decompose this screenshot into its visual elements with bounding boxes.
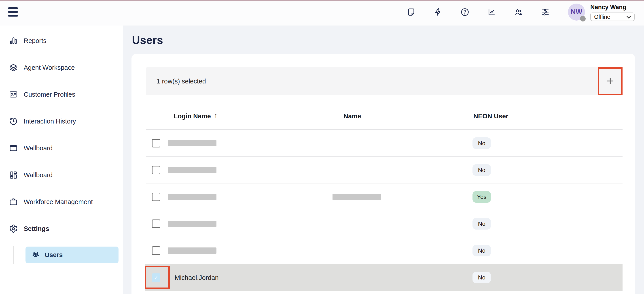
sidebar-item-users-label: Users xyxy=(45,251,63,259)
sidebar-item-agent-workspace[interactable]: Agent Workspace xyxy=(0,54,123,81)
sliders-icon xyxy=(541,8,550,17)
sidebar-item-customer-profiles[interactable]: Customer Profiles xyxy=(0,81,123,108)
line-chart-button[interactable] xyxy=(487,8,496,17)
people-icon xyxy=(514,8,523,17)
table-row[interactable]: No xyxy=(146,157,622,183)
column-header-login-name[interactable]: Login Name ↑ xyxy=(174,103,218,129)
people-button[interactable] xyxy=(514,8,523,17)
sidebar-item-label: Wallboard xyxy=(24,171,52,179)
login-name-cell: Michael.Jordan xyxy=(175,264,219,291)
sidebar-item-label: Reports xyxy=(24,37,46,45)
lightning-icon xyxy=(434,8,442,17)
redacted-login-bar xyxy=(168,247,216,254)
hamburger-icon[interactable] xyxy=(8,8,18,17)
column-header-neon-user[interactable]: NEON User xyxy=(474,103,508,129)
sidebar-item-interaction-history[interactable]: Interaction History xyxy=(0,108,123,135)
line-chart-icon xyxy=(487,8,496,17)
neon-user-badge: No xyxy=(472,137,491,149)
help-icon xyxy=(460,8,469,17)
bar-chart-icon xyxy=(9,36,18,45)
neon-user-badge: No xyxy=(472,245,491,256)
sidebar-item-label: Customer Profiles xyxy=(24,91,75,98)
chevron-down-icon xyxy=(626,14,630,18)
sidebar-indent-line xyxy=(13,246,14,264)
sidebar-item-wallboard[interactable]: Wallboard xyxy=(0,135,123,162)
row-checkbox[interactable] xyxy=(152,166,160,174)
row-checkbox[interactable] xyxy=(152,246,160,255)
id-card-icon xyxy=(9,90,18,99)
table-row[interactable]: No xyxy=(146,130,622,157)
sort-asc-icon: ↑ xyxy=(214,111,218,120)
sidebar-item-reports[interactable]: Reports xyxy=(0,27,123,54)
selection-count-text: 1 row(s) selected xyxy=(156,78,206,85)
table-row[interactable]: Yes xyxy=(146,183,622,210)
gear-icon xyxy=(9,224,18,233)
redacted-login-bar xyxy=(168,140,216,146)
users-icon xyxy=(32,251,40,259)
row-checkbox[interactable] xyxy=(152,219,160,228)
page-title: Users xyxy=(132,34,163,47)
neon-user-badge: No xyxy=(472,272,491,283)
sidebar-item-label: Workforce Management xyxy=(24,198,93,206)
sidebar: Reports Agent Workspace Customer Profile… xyxy=(0,26,123,294)
redacted-name-bar xyxy=(332,194,381,200)
notes-icon xyxy=(407,8,416,17)
neon-user-badge: Yes xyxy=(472,191,491,203)
row-checkbox[interactable] xyxy=(152,139,160,147)
briefcase-icon xyxy=(9,197,18,206)
row-checkbox[interactable]: ✓ xyxy=(152,273,160,282)
users-card: 1 row(s) selected + Login Name ↑ Name NE… xyxy=(132,54,635,294)
add-user-button[interactable]: + xyxy=(598,67,622,95)
sidebar-item-label: Settings xyxy=(24,225,49,232)
sidebar-item-workforce-management[interactable]: Workforce Management xyxy=(0,188,123,215)
table-row[interactable]: ✓Michael.JordanNo xyxy=(145,264,622,291)
topbar-actions xyxy=(406,8,550,17)
table-header: Login Name ↑ Name NEON User xyxy=(146,103,622,130)
user-name: Nancy Wang xyxy=(590,4,626,11)
avatar[interactable]: NW xyxy=(568,4,585,21)
app-screen: NW Nancy Wang Offline Reports Agent Work… xyxy=(0,0,644,294)
notes-button[interactable] xyxy=(406,8,416,17)
main-content: Users 1 row(s) selected + Login Name ↑ N… xyxy=(123,26,644,294)
sidebar-item-label: Interaction History xyxy=(24,118,76,125)
dashboard-icon xyxy=(9,170,18,179)
layers-icon xyxy=(9,63,18,72)
sidebar-item-label: Wallboard xyxy=(24,145,52,152)
row-checkbox[interactable] xyxy=(152,193,160,201)
sidebar-item-label: Agent Workspace xyxy=(24,64,75,71)
plus-icon: + xyxy=(606,73,614,88)
avatar-initials: NW xyxy=(571,8,582,16)
sidebar-item-settings[interactable]: Settings xyxy=(0,215,123,242)
redacted-login-bar xyxy=(168,167,216,173)
redacted-login-bar xyxy=(168,194,216,200)
help-button[interactable] xyxy=(460,8,470,17)
history-icon xyxy=(9,117,18,126)
sidebar-item-users[interactable]: Users xyxy=(26,246,118,263)
sidebar-item-wallboard[interactable]: Wallboard xyxy=(0,162,123,188)
redacted-login-bar xyxy=(168,221,216,227)
table-body: NoNoYesNoNo✓Michael.JordanNo xyxy=(146,130,622,291)
status-select-value: Offline xyxy=(594,14,610,20)
topbar-accent-line xyxy=(0,0,644,1)
topbar: NW Nancy Wang Offline xyxy=(0,0,644,26)
status-select[interactable]: Offline xyxy=(590,13,634,21)
status-dot xyxy=(580,16,586,22)
lightning-button[interactable] xyxy=(433,8,443,17)
window-icon xyxy=(9,144,18,153)
neon-user-badge: No xyxy=(472,164,491,176)
selection-toolbar: 1 row(s) selected + xyxy=(146,67,622,95)
table-row[interactable]: No xyxy=(146,237,622,264)
sliders-button[interactable] xyxy=(541,8,550,17)
column-header-name[interactable]: Name xyxy=(344,103,361,129)
neon-user-badge: No xyxy=(472,218,491,229)
table-row[interactable]: No xyxy=(146,210,622,237)
sidebar-items: Reports Agent Workspace Customer Profile… xyxy=(0,27,123,242)
